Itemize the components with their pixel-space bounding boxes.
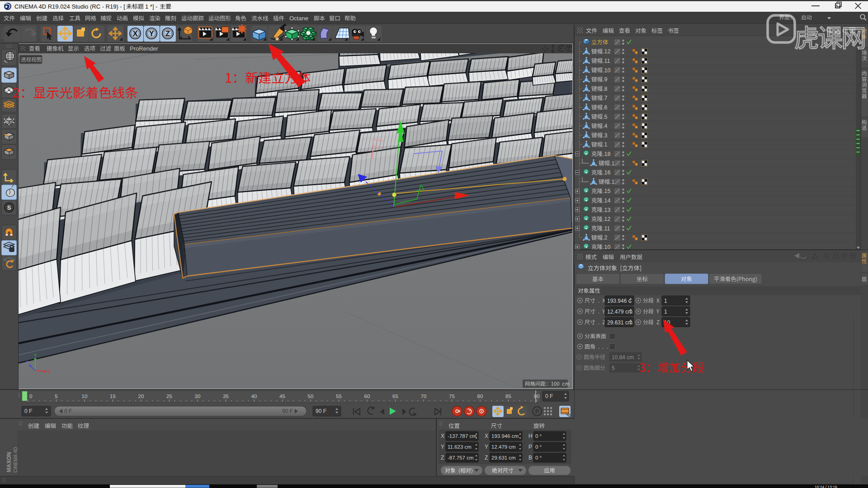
svg-text:5: 5	[612, 365, 615, 371]
svg-text:.9: .9	[603, 76, 607, 83]
svg-text:.6: .6	[603, 104, 607, 111]
svg-text:45: 45	[279, 394, 285, 399]
svg-text:.1: .1	[610, 160, 614, 167]
svg-text:30: 30	[195, 394, 201, 399]
svg-text:Y: Y	[149, 30, 154, 38]
svg-text:-87.757 cm: -87.757 cm	[448, 455, 474, 460]
svg-text:12.479 cm: 12.479 cm	[491, 444, 516, 450]
svg-text:.10: .10	[603, 244, 610, 250]
svg-text:65: 65	[392, 394, 398, 399]
svg-text:0 °: 0 °	[535, 444, 542, 450]
svg-text:10:24 / 13:16: 10:24 / 13:16	[815, 485, 837, 488]
svg-text:20: 20	[138, 394, 144, 399]
svg-text:X: X	[47, 369, 50, 374]
svg-text:.8: .8	[603, 86, 607, 92]
svg-text:40: 40	[251, 394, 257, 399]
svg-text:.12: .12	[603, 216, 610, 222]
svg-text:H: H	[528, 433, 533, 439]
svg-text:.12: .12	[603, 48, 610, 55]
svg-text:.10: .10	[603, 67, 610, 74]
svg-text:12.479 cm: 12.479 cm	[607, 309, 632, 315]
svg-text:.1: .1	[603, 141, 607, 148]
svg-text:.3: .3	[603, 132, 607, 139]
svg-text:90: 90	[534, 394, 540, 399]
svg-text:X: X	[441, 433, 444, 439]
svg-text:.14: .14	[603, 197, 610, 204]
svg-text:90 F: 90 F	[316, 408, 326, 414]
svg-text:55: 55	[336, 394, 342, 399]
svg-text:193.946 c: 193.946 c	[607, 298, 631, 304]
svg-text:1: 1	[664, 298, 667, 304]
svg-text:60: 60	[364, 394, 370, 399]
svg-text:ProRender: ProRender	[130, 45, 159, 52]
svg-text:0 F: 0 F	[64, 408, 72, 414]
svg-text:.2: .2	[603, 235, 607, 241]
svg-text:0 F: 0 F	[24, 408, 32, 414]
svg-text:S: S	[7, 204, 11, 211]
svg-text:Z: Z	[26, 360, 28, 365]
svg-text:Y: Y	[441, 444, 444, 450]
svg-text:.4: .4	[603, 123, 607, 129]
svg-text:85: 85	[505, 394, 511, 399]
svg-text:75: 75	[449, 394, 455, 399]
svg-text:Octane: Octane	[289, 15, 308, 22]
svg-text:.18: .18	[603, 151, 610, 157]
svg-text:0 F: 0 F	[545, 393, 553, 399]
svg-text:0 °: 0 °	[535, 433, 542, 439]
svg-text:1 *] -: 1 *] -	[145, 3, 157, 10]
svg-text:X: X	[133, 30, 138, 38]
svg-text:.16: .16	[603, 169, 610, 176]
svg-text:Z: Z	[485, 455, 488, 461]
svg-text:Y: Y	[485, 444, 488, 450]
svg-text:90 F: 90 F	[282, 408, 293, 414]
svg-text:.15: .15	[603, 188, 610, 194]
svg-text:11.623 cm: 11.623 cm	[448, 444, 472, 450]
svg-text:5: 5	[55, 394, 57, 399]
svg-text:1: 1	[664, 309, 667, 315]
svg-text:X: X	[485, 433, 488, 439]
svg-text:CINEMA 4D R19.024 Studio (RC -: CINEMA 4D R19.024 Studio (RC - R19) - [	[14, 3, 125, 10]
svg-text:10.84 cm: 10.84 cm	[612, 354, 634, 361]
svg-text:.13: .13	[603, 207, 610, 213]
svg-text:15: 15	[110, 394, 116, 399]
svg-text:29.631 cm: 29.631 cm	[491, 455, 516, 460]
svg-text:50: 50	[308, 394, 314, 399]
svg-text:25: 25	[166, 394, 172, 399]
svg-text:80: 80	[477, 394, 483, 399]
svg-text:.1: .1	[610, 179, 614, 185]
svg-text:.5: .5	[603, 114, 607, 120]
svg-text:29.631 cm: 29.631 cm	[607, 319, 632, 326]
svg-text:10: 10	[82, 394, 88, 399]
svg-text:0 °: 0 °	[535, 455, 542, 460]
svg-text:B: B	[528, 455, 532, 461]
svg-text:P: P	[535, 408, 539, 415]
svg-text:Z: Z	[441, 455, 444, 461]
svg-text:0: 0	[29, 394, 32, 399]
svg-text:193.946 cm: 193.946 cm	[491, 433, 519, 439]
svg-text:MAXON: MAXON	[6, 452, 12, 472]
svg-text:Y: Y	[34, 353, 37, 357]
svg-text:.11: .11	[603, 225, 610, 232]
svg-text:35: 35	[223, 394, 229, 399]
svg-text:70: 70	[421, 394, 427, 399]
svg-text:CINEMA 4D: CINEMA 4D	[13, 447, 18, 473]
svg-text:Z: Z	[165, 30, 170, 38]
svg-text:.11: .11	[603, 58, 610, 64]
svg-text:-137.787 cm: -137.787 cm	[448, 433, 476, 439]
svg-text:.7: .7	[603, 95, 607, 101]
svg-text:P: P	[528, 444, 532, 450]
